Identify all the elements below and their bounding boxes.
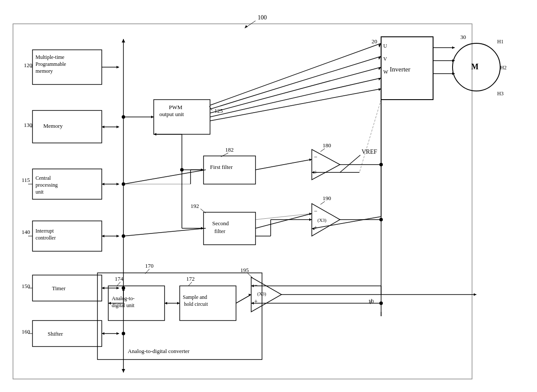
svg-text:Memory: Memory	[43, 123, 63, 129]
svg-text:memory: memory	[36, 68, 53, 74]
svg-text:Analog-to-digital converter: Analog-to-digital converter	[128, 348, 190, 354]
svg-text:Second: Second	[212, 220, 229, 227]
svg-text:First filter: First filter	[210, 164, 233, 170]
svg-text:Central: Central	[36, 175, 51, 181]
svg-text:filter: filter	[214, 228, 226, 234]
svg-text:190: 190	[323, 195, 331, 201]
svg-text:195: 195	[240, 267, 249, 273]
svg-text:V: V	[383, 56, 387, 62]
svg-text:150: 150	[22, 283, 30, 289]
svg-text:output unit: output unit	[159, 111, 184, 117]
svg-point-154	[122, 332, 125, 335]
svg-text:Shifter: Shifter	[48, 330, 63, 337]
svg-text:20: 20	[372, 38, 377, 45]
circuit-diagram: 100 120 Multiple-time Programmable memor…	[0, 0, 537, 392]
svg-text:30: 30	[460, 34, 466, 40]
svg-text:192: 192	[191, 203, 199, 209]
svg-text:115: 115	[22, 177, 30, 183]
svg-text:processing: processing	[36, 182, 58, 188]
svg-text:U: U	[383, 43, 387, 49]
svg-text:182: 182	[225, 146, 234, 153]
svg-text:Multiple-time: Multiple-time	[36, 54, 65, 60]
svg-text:Inverter: Inverter	[390, 66, 410, 73]
svg-text:VREF: VREF	[362, 149, 377, 155]
svg-text:160: 160	[22, 328, 30, 335]
svg-text:Sample and: Sample and	[183, 294, 207, 300]
svg-text:W: W	[383, 69, 388, 75]
svg-text:−: −	[254, 282, 258, 288]
svg-text:(X3): (X3)	[317, 217, 327, 223]
svg-text:172: 172	[186, 275, 195, 282]
svg-text:Timer: Timer	[52, 285, 66, 292]
diagram-container: 100 120 Multiple-time Programmable memor…	[0, 0, 537, 392]
svg-text:180: 180	[323, 142, 331, 149]
svg-text:hold circuit: hold circuit	[184, 301, 208, 307]
svg-text:130: 130	[24, 122, 32, 128]
svg-text:PWM: PWM	[169, 104, 183, 110]
svg-text:M: M	[471, 62, 479, 71]
svg-text:170: 170	[145, 262, 154, 269]
svg-text:174: 174	[115, 275, 123, 282]
svg-text:unit: unit	[36, 189, 44, 195]
svg-point-61	[122, 115, 125, 119]
svg-text:Interrupt: Interrupt	[36, 228, 54, 234]
svg-text:(X3): (X3)	[257, 291, 266, 297]
svg-rect-0	[0, 0, 537, 392]
svg-text:H3: H3	[497, 91, 504, 97]
svg-text:140: 140	[22, 229, 30, 235]
svg-text:−: −	[314, 208, 317, 214]
svg-text:120: 120	[24, 62, 32, 68]
svg-text:H1: H1	[497, 39, 504, 45]
svg-text:controller: controller	[36, 235, 56, 241]
svg-text:100: 100	[258, 14, 267, 21]
svg-text:Programmable: Programmable	[36, 61, 66, 67]
svg-text:−: −	[314, 154, 317, 160]
svg-text:H2: H2	[500, 65, 507, 71]
